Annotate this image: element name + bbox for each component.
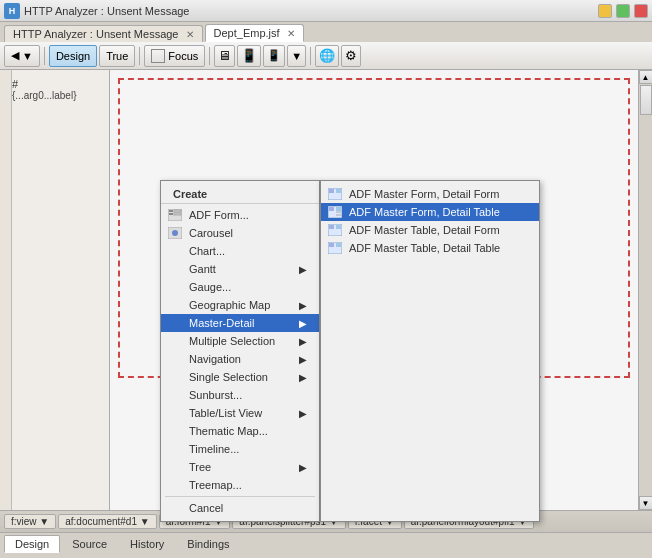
settings-btn[interactable]: ⚙ [341, 45, 361, 67]
submenu: ADF Master Form, Detail Form ADF Master … [320, 180, 540, 522]
code-snippet: {...arg0...label} [8, 90, 101, 101]
svg-rect-4 [174, 213, 181, 215]
bottom-tab-bar: Design Source History Bindings [0, 532, 652, 554]
svg-point-6 [172, 230, 178, 236]
dropdown-icon: ▼ [22, 50, 33, 62]
menu-item-chart[interactable]: Chart... [161, 242, 319, 260]
menu-item-multiple-selection[interactable]: Multiple Selection ▶ [161, 332, 319, 350]
editor-area: Create ADF Form... Carousel Chart... [110, 70, 638, 510]
single-selection-arrow-icon: ▶ [299, 372, 307, 383]
tab-http-analyzer[interactable]: HTTP Analyzer : Unsent Message ✕ [4, 25, 203, 42]
browser-icon: 🌐 [319, 48, 335, 63]
svg-rect-12 [336, 207, 341, 211]
navigation-arrow-icon: ▶ [299, 354, 307, 365]
context-menu-container: Create ADF Form... Carousel Chart... [160, 180, 540, 522]
toolbar-sep-4 [310, 47, 311, 65]
menu-item-gauge[interactable]: Gauge... [161, 278, 319, 296]
scroll-down-btn[interactable]: ▼ [639, 496, 653, 510]
bottom-tab-bindings[interactable]: Bindings [176, 535, 240, 553]
svg-rect-2 [174, 210, 181, 212]
svg-rect-9 [336, 189, 341, 193]
menu-item-adf-form[interactable]: ADF Form... [161, 206, 319, 224]
menu-item-thematic-map[interactable]: Thematic Map... [161, 422, 319, 440]
left-panel: # {...arg0...label} [0, 70, 110, 510]
submenu-item-3[interactable]: ADF Master Table, Detail Table [321, 239, 539, 257]
submenu-item-0[interactable]: ADF Master Form, Detail Form [321, 185, 539, 203]
svg-rect-16 [329, 225, 334, 229]
scroll-thumb[interactable] [640, 85, 652, 115]
true-label: True [106, 50, 128, 62]
phone-icon-btn[interactable]: 📱 [263, 45, 285, 67]
menu-item-tree[interactable]: Tree ▶ [161, 458, 319, 476]
tablet-icon-btn[interactable]: 📱 [237, 45, 261, 67]
menu-item-table-list-view[interactable]: Table/List View ▶ [161, 404, 319, 422]
master-form-detail-table-icon [327, 205, 343, 219]
context-menu-header: Create [161, 185, 319, 204]
menu-item-master-detail[interactable]: Master-Detail ▶ [161, 314, 319, 332]
design-button[interactable]: Design [49, 45, 97, 67]
bottom-tab-source[interactable]: Source [61, 535, 118, 553]
svg-rect-20 [336, 243, 341, 247]
multiple-selection-arrow-icon: ▶ [299, 336, 307, 347]
bottom-tab-history[interactable]: History [119, 535, 175, 553]
true-button[interactable]: True [99, 45, 135, 67]
menu-item-gantt[interactable]: Gantt ▶ [161, 260, 319, 278]
menu-separator [165, 496, 315, 497]
toolbar-sep-2 [139, 47, 140, 65]
status-item-afdocument[interactable]: af:document#d1 ▼ [58, 514, 156, 529]
maximize-btn[interactable] [616, 4, 630, 18]
tab-close-icon[interactable]: ✕ [287, 28, 295, 39]
desktop-icon-btn[interactable]: 🖥 [214, 45, 235, 67]
focus-button[interactable]: Focus [144, 45, 205, 67]
carousel-icon [167, 226, 183, 240]
desktop-icon: 🖥 [218, 48, 231, 63]
master-form-detail-form-icon [327, 187, 343, 201]
menu-item-carousel[interactable]: Carousel [161, 224, 319, 242]
design-label: Design [56, 50, 90, 62]
menu-item-treemap[interactable]: Treemap... [161, 476, 319, 494]
focus-label: Focus [168, 50, 198, 62]
tab-close-icon[interactable]: ✕ [186, 29, 194, 40]
svg-rect-19 [329, 243, 334, 247]
minimize-btn[interactable] [598, 4, 612, 18]
menu-item-timeline[interactable]: Timeline... [161, 440, 319, 458]
editor-tab-bar: HTTP Analyzer : Unsent Message ✕ Dept_Em… [0, 22, 652, 42]
more-devices-btn[interactable]: ▼ [287, 45, 306, 67]
svg-rect-11 [329, 207, 334, 211]
left-gutter [0, 70, 12, 510]
tab-dept-emp[interactable]: Dept_Emp.jsf ✕ [205, 24, 304, 42]
dropdown-icon: ▼ [291, 50, 302, 62]
title-bar: H HTTP Analyzer : Unsent Message [0, 0, 652, 22]
context-menu: Create ADF Form... Carousel Chart... [160, 180, 320, 522]
left-panel-content: # {...arg0...label} [0, 70, 109, 109]
main-content: # {...arg0...label} Create ADF Form... [0, 70, 652, 510]
title-bar-text: HTTP Analyzer : Unsent Message [24, 5, 189, 17]
master-detail-arrow-icon: ▶ [299, 318, 307, 329]
adf-form-icon [167, 208, 183, 222]
tablet-icon: 📱 [241, 48, 257, 63]
app-icon: H [4, 3, 20, 19]
scroll-up-btn[interactable]: ▲ [639, 70, 653, 84]
svg-rect-8 [329, 189, 334, 193]
tree-arrow-icon: ▶ [299, 462, 307, 473]
svg-rect-3 [169, 213, 173, 215]
menu-item-sunburst[interactable]: Sunburst... [161, 386, 319, 404]
toolbar-sep-3 [209, 47, 210, 65]
bottom-tab-design[interactable]: Design [4, 535, 60, 553]
menu-item-navigation[interactable]: Navigation ▶ [161, 350, 319, 368]
svg-rect-17 [336, 225, 341, 229]
menu-item-cancel[interactable]: Cancel [161, 499, 319, 517]
svg-rect-1 [169, 210, 173, 212]
submenu-item-2[interactable]: ADF Master Table, Detail Form [321, 221, 539, 239]
gantt-arrow-icon: ▶ [299, 264, 307, 275]
settings-icon: ⚙ [345, 48, 357, 63]
menu-item-geographic-map[interactable]: Geographic Map ▶ [161, 296, 319, 314]
browser-btn[interactable]: 🌐 [315, 45, 339, 67]
geomap-arrow-icon: ▶ [299, 300, 307, 311]
submenu-item-1[interactable]: ADF Master Form, Detail Table [321, 203, 539, 221]
close-btn[interactable] [634, 4, 648, 18]
status-item-fview[interactable]: f:view ▼ [4, 514, 56, 529]
line-number: # [8, 78, 101, 90]
back-button[interactable]: ◀ ▼ [4, 45, 40, 67]
menu-item-single-selection[interactable]: Single Selection ▶ [161, 368, 319, 386]
